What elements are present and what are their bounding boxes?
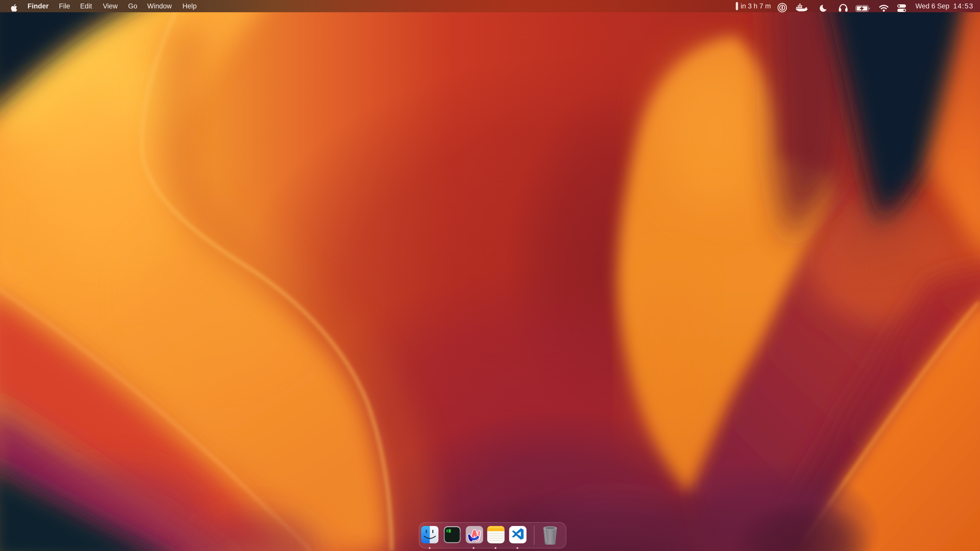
- svg-text:$: $: [446, 529, 448, 533]
